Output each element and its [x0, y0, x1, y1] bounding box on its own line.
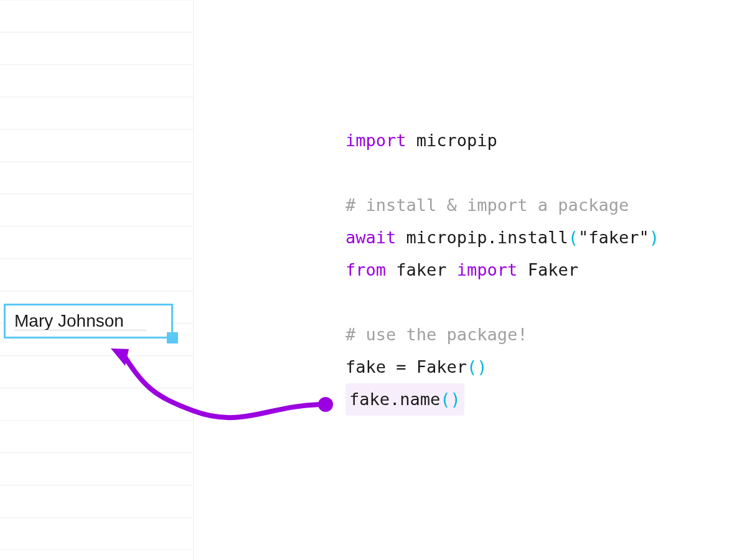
- cell-underline: [14, 330, 146, 330]
- spreadsheet-grid: [0, 0, 193, 560]
- cell-value: Mary Johnson: [14, 311, 124, 331]
- arrow-start-dot: [318, 397, 333, 412]
- selected-cell[interactable]: Mary Johnson: [4, 304, 173, 338]
- cell-fill-handle[interactable]: [167, 332, 178, 343]
- code-snippet: import micropip # install & import a pac…: [345, 124, 659, 416]
- grid-column-divider: [193, 0, 194, 560]
